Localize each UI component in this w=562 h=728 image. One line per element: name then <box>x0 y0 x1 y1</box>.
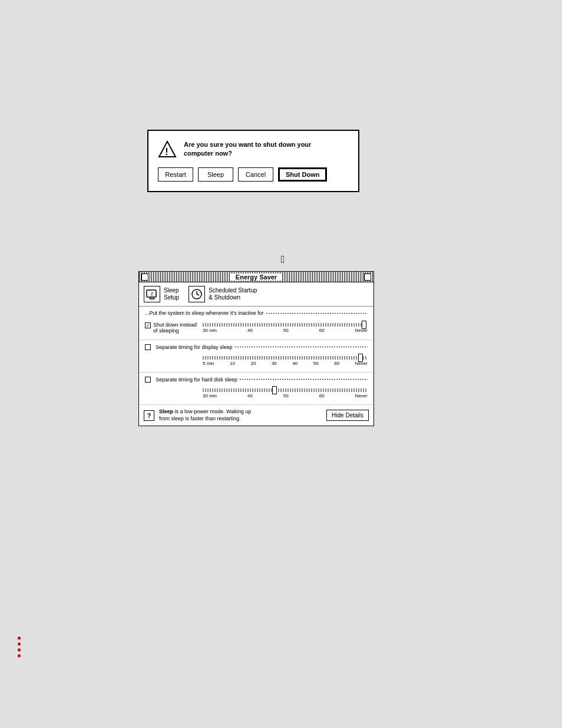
restart-button[interactable]: Restart <box>158 167 193 182</box>
display-sleep-labels: 5 min 10 20 30 40 50 60 Never <box>203 361 368 366</box>
sleep-setup-label: SleepSetup <box>164 287 179 301</box>
svg-text:Z: Z <box>151 291 154 297</box>
display-section-divider <box>235 347 368 347</box>
display-sleep-title: Separate timing for display sleep <box>156 344 233 350</box>
apple-logo-icon:  <box>281 253 285 266</box>
energy-saver-footer: ? Sleep is a low-power mode. Waking upfr… <box>139 405 373 426</box>
harddisk-section-divider <box>240 379 368 380</box>
display-sleep-row: 5 min 10 20 30 40 50 60 Never <box>145 354 368 368</box>
energy-saver-toolbar: Z SleepSetup Scheduled Startup& Shutdown <box>139 282 373 307</box>
shutdown-button[interactable]: Shut Down <box>278 167 327 182</box>
system-sleep-labels: 30 min 40 50 60 Never <box>203 328 368 333</box>
dots-decoration <box>18 637 21 657</box>
dot-1 <box>18 637 21 640</box>
display-sleep-slider-track <box>203 356 368 360</box>
display-sleep-section: Separate timing for display sleep 5 min … <box>139 340 373 373</box>
harddisk-sleep-header: Separate timing for hard disk sleep <box>145 376 368 383</box>
shutdown-message: Are you sure you want to shut down your … <box>184 140 311 159</box>
shutdown-dialog: ! Are you sure you want to shut down you… <box>147 130 359 192</box>
scheduled-startup-label: Scheduled Startup& Shutdown <box>209 287 257 301</box>
window-titlebar: Energy Saver <box>139 272 373 282</box>
dot-4 <box>18 654 21 657</box>
cancel-button[interactable]: Cancel <box>238 167 273 182</box>
svg-line-8 <box>197 294 199 295</box>
scheduled-startup-tab[interactable]: Scheduled Startup& Shutdown <box>189 286 257 302</box>
harddisk-sleep-row: 30 min 40 50 60 Never <box>145 386 368 401</box>
shutdown-buttons: Restart Sleep Cancel Shut Down <box>158 167 349 182</box>
help-icon[interactable]: ? <box>144 410 154 421</box>
scheduled-startup-icon <box>189 286 205 302</box>
shutdown-instead-text: Shut down insteadof sleeping <box>153 322 197 334</box>
system-sleep-slider-track <box>203 323 368 327</box>
harddisk-sleep-section: Separate timing for hard disk sleep 30 m… <box>139 373 373 405</box>
section-divider-line <box>266 313 368 314</box>
system-sleep-section: ...Put the system to sleep whenever it's… <box>139 307 373 340</box>
harddisk-sleep-labels: 30 min 40 50 60 Never <box>203 393 368 398</box>
harddisk-sleep-slider-thumb[interactable] <box>272 386 277 394</box>
harddisk-sleep-checkbox[interactable] <box>145 377 151 383</box>
system-sleep-slider-thumb[interactable] <box>362 321 366 329</box>
display-sleep-header: Separate timing for display sleep <box>145 344 368 350</box>
footer-help-text: Sleep is a low-power mode. Waking upfrom… <box>159 409 322 422</box>
window-zoom-box[interactable] <box>364 274 371 281</box>
energy-saver-window: Energy Saver Z SleepSetup <box>138 271 374 426</box>
shutdown-instead-checkbox[interactable]: ✓ <box>145 322 151 328</box>
dot-3 <box>18 648 21 651</box>
sleep-button[interactable]: Sleep <box>198 167 233 182</box>
system-sleep-title: ...Put the system to sleep whenever it's… <box>145 310 264 316</box>
harddisk-sleep-slider-container: 30 min 40 50 60 Never <box>203 388 368 398</box>
hide-details-button[interactable]: Hide Details <box>326 410 369 421</box>
system-sleep-row: ✓ Shut down insteadof sleeping 30 min 40… <box>145 319 368 336</box>
window-close-box[interactable] <box>141 274 148 281</box>
display-sleep-slider-thumb[interactable] <box>358 354 363 362</box>
sleep-setup-tab[interactable]: Z SleepSetup <box>144 286 179 302</box>
shutdown-dialog-content: ! Are you sure you want to shut down you… <box>158 140 349 159</box>
harddisk-sleep-title: Separate timing for hard disk sleep <box>156 377 237 383</box>
sleep-setup-icon: Z <box>144 286 160 302</box>
dot-2 <box>18 643 21 645</box>
system-sleep-header: ...Put the system to sleep whenever it's… <box>145 310 368 316</box>
warning-icon: ! <box>158 140 177 159</box>
display-sleep-slider-container: 5 min 10 20 30 40 50 60 Never <box>203 356 368 366</box>
system-sleep-slider-container: 30 min 40 50 60 Never <box>203 323 368 333</box>
window-title: Energy Saver <box>231 274 282 281</box>
display-sleep-checkbox[interactable] <box>145 344 151 350</box>
svg-text:!: ! <box>165 147 168 157</box>
harddisk-sleep-slider-track <box>203 388 368 392</box>
shutdown-instead-checkbox-label: ✓ Shut down insteadof sleeping <box>145 322 198 334</box>
